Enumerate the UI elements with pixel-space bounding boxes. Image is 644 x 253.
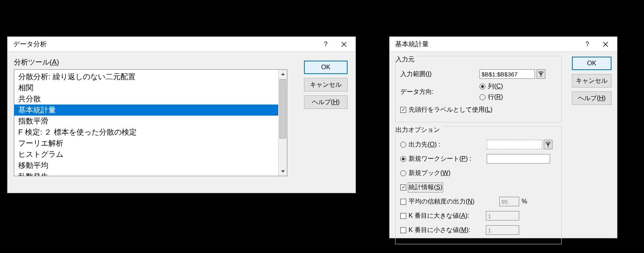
checkbox-off-icon	[400, 227, 406, 233]
list-item[interactable]: 相関	[14, 82, 278, 93]
scroll-thumb[interactable]	[279, 79, 286, 139]
kth-smallest-checkbox[interactable]: K 番目に小さな値(M):	[400, 226, 486, 234]
list-item[interactable]: フーリエ解析	[14, 138, 278, 149]
radio-on-icon	[480, 84, 485, 89]
svg-rect-1	[546, 142, 550, 143]
output-legend: 出力オプション	[396, 126, 442, 134]
output-range-radio[interactable]: 出力先(O) :	[400, 141, 487, 149]
ok-button[interactable]: OK	[304, 61, 348, 74]
list-item[interactable]: ヒストグラム	[14, 149, 278, 160]
output-groupbox: 出力オプション 出力先(O) : 新規ワークシート(P) :	[395, 126, 562, 244]
range-picker-icon[interactable]	[537, 69, 545, 79]
analysis-tools-label: 分析ツール(A)	[14, 57, 349, 67]
list-item[interactable]: 移動平均	[14, 160, 278, 171]
range-picker-icon[interactable]	[544, 140, 552, 149]
checkbox-off-icon	[400, 199, 406, 205]
radio-on-icon	[400, 156, 406, 162]
input-range-field[interactable]: $B$1:$B$367	[480, 69, 535, 79]
ok-button[interactable]: OK	[572, 57, 612, 70]
data-analysis-dialog: データ分析 ? 分析ツール(A) 分散分析: 繰り返しのない二元配置相関共分散基…	[7, 36, 356, 193]
help-button[interactable]: ヘルプ(H)	[304, 95, 348, 109]
new-worksheet-name-field[interactable]	[487, 154, 550, 164]
labels-in-first-row-checkbox[interactable]: 先頭行をラベルとして使用(L)	[400, 106, 493, 114]
listbox-scrollbar[interactable]	[278, 70, 287, 176]
cancel-button[interactable]: キャンセル	[572, 74, 612, 88]
descriptive-statistics-dialog: 基本統計量 ? OK キャンセル ヘルプ(H) 入力元 入力範囲(I)	[389, 36, 617, 238]
list-item[interactable]: 分散分析: 繰り返しのない二元配置	[14, 71, 278, 82]
new-workbook-radio[interactable]: 新規ブック(W)	[400, 169, 451, 177]
close-icon[interactable]	[596, 38, 615, 50]
analysis-tools-listbox[interactable]: 分散分析: 繰り返しのない二元配置相関共分散基本統計量指数平滑F 検定: ２ 標…	[14, 69, 287, 176]
radio-off-icon	[480, 94, 485, 100]
direction-label: データ方向:	[400, 88, 480, 96]
titlebar: 基本統計量 ?	[390, 37, 617, 52]
help-icon[interactable]: ?	[317, 38, 335, 50]
close-icon[interactable]	[335, 38, 353, 50]
direction-columns-radio[interactable]: 列(C)	[480, 82, 503, 91]
summary-statistics-checkbox[interactable]: 統計情報(S)	[400, 183, 442, 192]
list-item[interactable]: F 検定: ２ 標本を使った分散の検定	[14, 127, 278, 138]
dialog-title: 基本統計量	[395, 40, 578, 49]
titlebar: データ分析 ?	[8, 37, 355, 52]
input-range-label: 入力範囲(I)	[400, 70, 480, 78]
list-item[interactable]: 乱数発生	[14, 171, 278, 176]
output-range-field[interactable]	[487, 140, 542, 149]
confidence-level-checkbox[interactable]: 平均の信頼度の出力(N)	[400, 198, 499, 206]
list-item[interactable]: 指数平滑	[14, 116, 278, 127]
input-legend: 入力元	[396, 55, 417, 64]
dialog-title: データ分析	[13, 40, 317, 49]
help-button[interactable]: ヘルプ(H)	[572, 91, 612, 105]
direction-rows-radio[interactable]: 行(R)	[480, 93, 503, 101]
scroll-up-icon[interactable]	[279, 70, 287, 78]
radio-off-icon	[400, 170, 406, 176]
confidence-level-field[interactable]: 95	[499, 197, 519, 206]
new-worksheet-radio[interactable]: 新規ワークシート(P) :	[400, 155, 487, 163]
help-icon[interactable]: ?	[578, 38, 596, 50]
list-item[interactable]: 基本統計量	[14, 105, 278, 116]
svg-rect-0	[539, 72, 543, 73]
radio-off-icon	[400, 142, 406, 148]
input-groupbox: 入力元 入力範囲(I) $B$1:$B$367 データ方向:	[395, 56, 562, 122]
checkbox-on-icon	[400, 185, 406, 190]
kth-smallest-field[interactable]: 1	[486, 225, 519, 235]
checkbox-off-icon	[400, 213, 406, 219]
scroll-down-icon[interactable]	[279, 167, 287, 176]
cancel-button[interactable]: キャンセル	[304, 78, 348, 91]
percent-label: %	[522, 198, 527, 205]
kth-largest-field[interactable]: 1	[486, 211, 519, 221]
kth-largest-checkbox[interactable]: K 番目に大きな値(A):	[400, 212, 486, 220]
checkbox-on-icon	[400, 107, 406, 113]
list-item[interactable]: 共分散	[14, 93, 278, 105]
